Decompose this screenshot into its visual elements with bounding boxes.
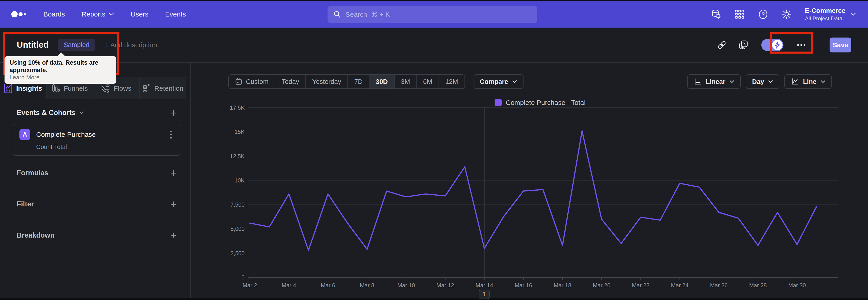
- x-axis-label: Mar 24: [671, 282, 688, 289]
- add-filter-button[interactable]: +: [170, 200, 177, 209]
- events-cohorts-title[interactable]: Events & Cohorts: [17, 109, 84, 117]
- content-area: Insights Funnels Flows Retention: [0, 63, 868, 298]
- tab-label: Retention: [154, 85, 183, 92]
- chart-panel: Custom Today Yesterday 7D 30D 3M 6M 12M …: [191, 63, 868, 298]
- x-axis-label: Mar 22: [632, 282, 649, 289]
- search-bar[interactable]: [328, 6, 537, 23]
- divider: [818, 39, 818, 51]
- svg-text:?: ?: [762, 11, 765, 18]
- x-axis-label: Mar 28: [749, 282, 767, 289]
- chevron-down-icon: [850, 12, 856, 16]
- filter-section: Filter +: [0, 199, 190, 210]
- x-axis-label: Mar 20: [593, 282, 610, 289]
- formulas-section: Formulas +: [0, 168, 190, 178]
- nav-item-label: Reports: [82, 10, 105, 18]
- app-window: Boards Reports Users Events ?: [0, 1, 868, 298]
- sampling-tooltip-text: Using 10% of data. Results are approxima…: [9, 59, 111, 74]
- nav-right-cluster: ? E-Commerce All Project Data: [711, 1, 856, 28]
- sampled-badge[interactable]: Sampled: [58, 39, 95, 51]
- event-card[interactable]: A Complete Purchase Count Total: [13, 124, 180, 156]
- tab-label: Flows: [114, 85, 131, 92]
- x-axis-label: Mar 2: [243, 282, 257, 289]
- x-axis-label: Mar 10: [397, 282, 415, 289]
- copy-link-icon[interactable]: [717, 40, 727, 50]
- sampling-toggle-knob: [772, 40, 782, 50]
- project-switcher[interactable]: E-Commerce All Project Data: [805, 7, 856, 22]
- add-description[interactable]: + Add description...: [105, 41, 163, 49]
- chart-annotation-badge[interactable]: 1: [479, 290, 490, 299]
- search-input[interactable]: [346, 11, 531, 18]
- nav-item-boards[interactable]: Boards: [43, 10, 65, 18]
- add-breakdown-button[interactable]: +: [170, 231, 177, 240]
- insights-line-chart[interactable]: 02,5005,0007,50010K12.5K15K17.5KMar 2Mar…: [191, 63, 868, 298]
- tab-filler: [186, 78, 190, 99]
- nav-item-label: Events: [165, 10, 186, 18]
- events-cohorts-label: Events & Cohorts: [17, 109, 75, 117]
- y-axis-label: 2,500: [230, 250, 245, 257]
- nav-item-label: Users: [131, 10, 148, 18]
- x-axis-label: Mar 12: [436, 282, 454, 289]
- breakdown-section: Breakdown +: [0, 230, 190, 241]
- apps-grid-icon[interactable]: [735, 9, 745, 20]
- tab-label: Funnels: [64, 85, 88, 92]
- event-name[interactable]: Complete Purchase: [36, 131, 96, 138]
- report-title[interactable]: Untitled: [17, 40, 49, 50]
- event-metric[interactable]: Count Total: [36, 144, 174, 151]
- report-title-bar: Untitled Sampled + Add description... Sa…: [0, 28, 868, 63]
- data-management-icon[interactable]: [711, 9, 721, 20]
- events-cohorts-header: Events & Cohorts +: [0, 108, 190, 118]
- y-axis-label: 5,000: [230, 226, 245, 232]
- x-axis-label: Mar 26: [710, 282, 727, 289]
- add-event-button[interactable]: +: [170, 108, 177, 117]
- chevron-down-icon: [108, 13, 114, 16]
- formulas-label: Formulas: [17, 169, 49, 177]
- mixpanel-logo-icon[interactable]: [11, 10, 29, 19]
- retention-icon: [142, 84, 151, 93]
- title-actions: Save: [717, 37, 851, 53]
- project-scope: All Project Data: [805, 16, 845, 22]
- breakdown-label: Breakdown: [17, 231, 55, 239]
- x-axis-label: Mar 14: [475, 282, 493, 289]
- y-axis-label: 0: [241, 274, 245, 280]
- filter-label: Filter: [17, 200, 34, 208]
- add-formula-button[interactable]: +: [170, 169, 177, 177]
- save-button[interactable]: Save: [830, 37, 851, 53]
- insights-icon: [4, 83, 12, 94]
- lightning-bolt-icon: [774, 41, 781, 49]
- y-axis-label: 17.5K: [230, 104, 245, 111]
- x-axis-label: Mar 16: [515, 282, 532, 289]
- nav-item-users[interactable]: Users: [131, 10, 148, 18]
- tab-retention[interactable]: Retention: [140, 78, 186, 99]
- nav-item-label: Boards: [43, 10, 65, 18]
- x-axis-label: Mar 30: [788, 282, 806, 289]
- top-nav: Boards Reports Users Events ?: [0, 1, 868, 28]
- x-axis-label: Mar 6: [321, 282, 335, 289]
- y-axis-label: 7,500: [230, 202, 245, 208]
- more-options-icon[interactable]: [796, 40, 807, 50]
- sampling-tooltip: Using 10% of data. Results are approxima…: [4, 56, 116, 84]
- chart-line[interactable]: [250, 131, 816, 250]
- event-options-icon[interactable]: [168, 130, 174, 140]
- settings-gear-icon[interactable]: [781, 9, 792, 20]
- project-name: E-Commerce: [805, 7, 845, 14]
- sampling-toggle[interactable]: [761, 39, 783, 51]
- y-axis-label: 12.5K: [230, 153, 245, 159]
- learn-more-link[interactable]: Learn More: [9, 74, 39, 81]
- tab-label: Insights: [16, 85, 42, 92]
- nav-item-events[interactable]: Events: [165, 10, 186, 18]
- x-axis-label: Mar 8: [360, 282, 374, 289]
- x-axis-label: Mar 4: [282, 282, 296, 289]
- query-builder-sidebar: Insights Funnels Flows Retention: [0, 63, 191, 298]
- event-series-badge: A: [20, 129, 30, 140]
- search-icon: [333, 10, 341, 19]
- nav-item-reports[interactable]: Reports: [82, 10, 114, 18]
- x-axis-label: Mar 18: [554, 282, 571, 289]
- funnels-icon: [52, 84, 60, 93]
- y-axis-label: 10K: [235, 177, 245, 184]
- nav-menu: Boards Reports Users Events: [43, 10, 186, 18]
- add-to-board-icon[interactable]: [738, 40, 749, 50]
- help-icon[interactable]: ?: [758, 9, 768, 20]
- y-axis-label: 15K: [235, 129, 245, 135]
- flows-icon: [101, 84, 110, 93]
- chevron-down-icon: [79, 111, 84, 114]
